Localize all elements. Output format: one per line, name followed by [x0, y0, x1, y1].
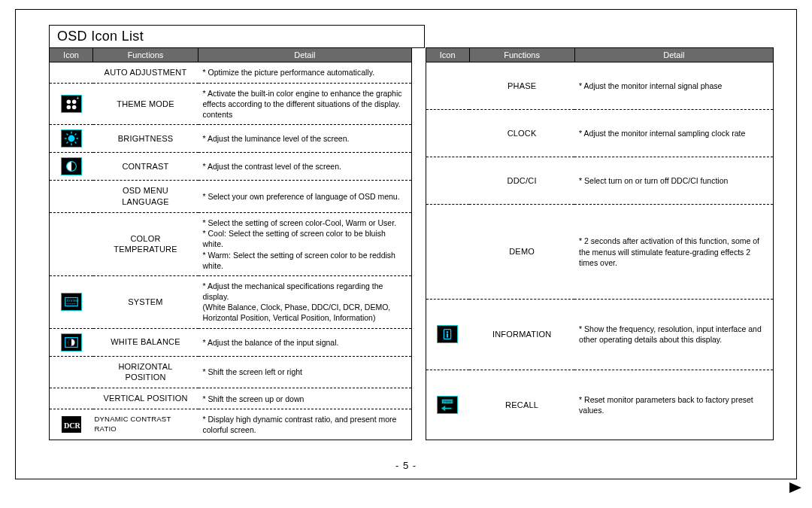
table-row: INFORMATION * Show the frequency, resolu…	[426, 300, 773, 370]
detail-text: * Optimize the picture performance autom…	[198, 62, 412, 84]
svg-text:+: +	[76, 96, 79, 102]
table-row: COLOR TEMPERATURE * Select the setting o…	[50, 213, 412, 276]
osd-table-left: Icon Functions Detail AUTO ADJUSTMENT * …	[49, 47, 412, 440]
function-label: RECALL	[469, 370, 574, 440]
detail-text: * Reset monitor parameters back to facto…	[574, 370, 773, 440]
white-balance-icon	[61, 333, 82, 351]
detail-text: * Activate the built-in color engine to …	[198, 83, 412, 125]
th-detail: Detail	[198, 48, 412, 62]
contrast-icon	[61, 157, 82, 175]
svg-point-2	[66, 105, 71, 110]
function-label: VERTICAL POSITION	[93, 388, 198, 409]
icon-cell: PRESET	[426, 370, 469, 440]
th-icon: Icon	[426, 48, 469, 62]
function-label: DYNAMIC CONTRAST RATIO	[93, 409, 198, 440]
title-box: OSD Icon List	[49, 25, 425, 48]
icon-cell	[50, 125, 93, 153]
svg-text:DCR: DCR	[64, 421, 81, 430]
svg-line-13	[66, 142, 68, 144]
detail-text: * Shift the screen up or down	[198, 388, 412, 409]
function-label: CONTRAST	[93, 153, 198, 181]
detail-text: * Adjust the mechanical specifications r…	[198, 275, 412, 328]
function-label: OSD MENU LANGUAGE	[93, 181, 198, 213]
table-row: AUTO ADJUSTMENT * Optimize the picture p…	[50, 62, 412, 84]
icon-cell	[426, 300, 469, 370]
table-row: OSD MENU LANGUAGE * Select your own pref…	[50, 181, 412, 213]
detail-text: * Adjust the monitor internal sampling c…	[574, 110, 773, 157]
function-label: THEME MODE	[93, 83, 198, 125]
table-row: VERTICAL POSITION * Shift the screen up …	[50, 388, 412, 409]
table-row: WHITE BALANCE * Adjust the balance of th…	[50, 328, 412, 356]
icon-cell: +	[50, 83, 93, 125]
icon-cell	[426, 62, 469, 110]
icon-cell	[50, 181, 93, 213]
svg-line-10	[66, 134, 68, 135]
table-row: PHASE * Adjust the monitor internal sign…	[426, 62, 773, 110]
function-label: INFORMATION	[469, 300, 574, 370]
icon-cell	[426, 110, 469, 157]
icon-cell	[426, 205, 469, 300]
svg-point-3	[72, 105, 77, 110]
page-number: - 5 -	[16, 460, 796, 471]
detail-text: * 2 seconds after activation of this fun…	[574, 205, 773, 300]
function-label: DDC/CI	[469, 157, 574, 205]
svg-point-24	[447, 331, 448, 333]
table-row: BRIGHTNESS * Adjust the luminance level …	[50, 125, 412, 153]
function-label: SYSTEM	[93, 275, 198, 328]
icon-cell: DCR	[50, 409, 93, 440]
brightness-icon	[61, 129, 82, 148]
svg-text:PRESET: PRESET	[444, 400, 453, 403]
svg-point-0	[66, 100, 71, 105]
th-icon: Icon	[50, 48, 93, 62]
table-row: + THEME MODE * Activate the built-in col…	[50, 83, 412, 125]
th-functions: Functions	[469, 48, 574, 62]
icon-cell: SYSTEM	[50, 275, 93, 328]
svg-line-11	[74, 142, 76, 144]
svg-line-12	[74, 134, 76, 135]
icon-cell	[50, 356, 93, 388]
detail-text: * Show the frequency, resolution, input …	[574, 300, 773, 370]
table-row: DDC/CI * Select turn on or turn off DDC/…	[426, 157, 773, 205]
function-label: CLOCK	[469, 110, 574, 157]
detail-text: * Select your own preference of language…	[198, 181, 412, 213]
icon-cell	[50, 388, 93, 409]
tables-wrap: Icon Functions Detail AUTO ADJUSTMENT * …	[49, 47, 774, 440]
icon-cell	[426, 157, 469, 205]
detail-text: * Shift the screen left or right	[198, 356, 412, 388]
page-frame: OSD Icon List Icon Functions Detail AUTO…	[15, 9, 797, 479]
function-label: HORIZONTAL POSITION	[93, 356, 198, 388]
th-functions: Functions	[93, 48, 198, 62]
recall-icon: PRESET	[437, 396, 458, 414]
table-row: CLOCK * Adjust the monitor internal samp…	[426, 110, 773, 157]
table-row: DEMO * 2 seconds after activation of thi…	[426, 205, 773, 300]
function-label: PHASE	[469, 62, 574, 110]
page-title: OSD Icon List	[57, 29, 417, 44]
detail-text: * Adjust the luminance level of the scre…	[198, 125, 412, 153]
icon-cell	[50, 62, 93, 84]
th-detail: Detail	[574, 48, 773, 62]
detail-text: * Select the setting of screen color-Coo…	[198, 213, 412, 276]
icon-cell	[50, 328, 93, 356]
theme-mode-icon: +	[61, 95, 82, 113]
function-label: COLOR TEMPERATURE	[93, 213, 198, 276]
osd-table-right: Icon Functions Detail PHASE * Adjust the…	[426, 47, 774, 440]
dcr-icon: DCR	[61, 415, 82, 433]
function-label: DEMO	[469, 205, 574, 300]
table-row: DCR DYNAMIC CONTRAST RATIO * Display hig…	[50, 409, 412, 440]
table-row: CONTRAST * Adjust the contrast level of …	[50, 153, 412, 181]
system-icon: SYSTEM	[61, 293, 82, 311]
detail-text: * Display high dynamic contrast ratio, a…	[198, 409, 412, 440]
next-page-arrow-icon[interactable]	[789, 482, 801, 494]
function-label: WHITE BALANCE	[93, 328, 198, 356]
table-row: SYSTEM SYSTEM * Adjust the mechanical sp…	[50, 275, 412, 328]
information-icon	[437, 325, 458, 343]
table-row: HORIZONTAL POSITION * Shift the screen l…	[50, 356, 412, 388]
svg-point-5	[68, 136, 74, 141]
function-label: AUTO ADJUSTMENT	[93, 62, 198, 84]
detail-text: * Adjust the balance of the input signal…	[198, 328, 412, 356]
table-row: PRESET RECALL * Reset monitor parameters…	[426, 370, 773, 440]
detail-text: * Select turn on or turn off DDC/CI func…	[574, 157, 773, 205]
icon-cell	[50, 213, 93, 276]
svg-rect-25	[447, 334, 448, 339]
svg-text:SYSTEM: SYSTEM	[66, 300, 78, 303]
